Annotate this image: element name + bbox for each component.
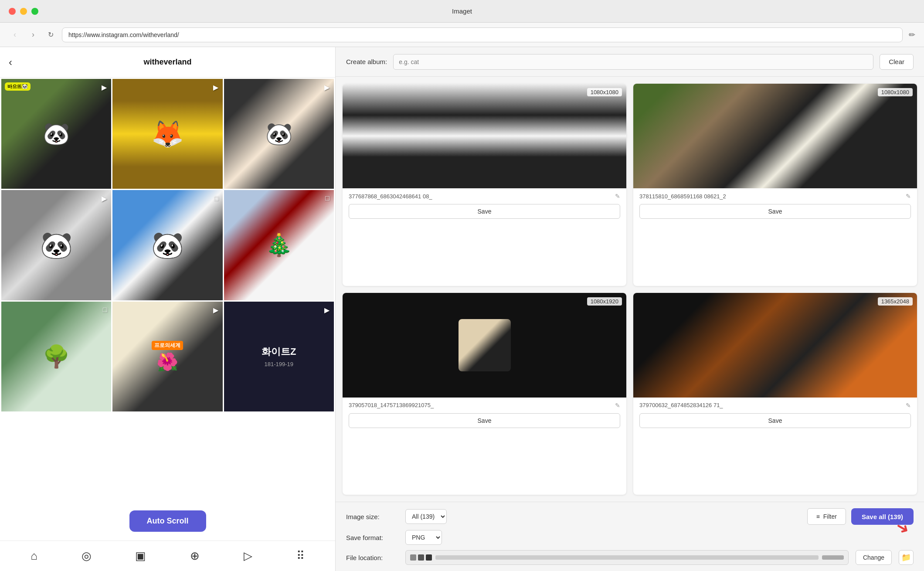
ig-username: witheverland	[143, 58, 191, 67]
ig-cell[interactable]: 🐼 □	[112, 190, 222, 300]
ig-cell[interactable]: 🌳 □	[1, 302, 111, 411]
file-loc-dot	[410, 554, 416, 561]
image-card: 1365x2048 379700632_6874852834126 71_ ✎ …	[633, 293, 917, 495]
image-dims: 1080x1080	[587, 88, 622, 96]
folder-icon: 📁	[901, 553, 911, 562]
window-controls	[9, 8, 38, 15]
file-location-bar	[405, 550, 849, 565]
ig-cell[interactable]: 🐼 바으뜨🐼 ▶	[1, 79, 111, 189]
close-button[interactable]	[9, 8, 16, 15]
image-size-row: Image size: All (139) Large Medium Small…	[346, 508, 914, 525]
image-preview: 1080x1080	[343, 84, 626, 188]
filter-label: Filter	[823, 513, 837, 520]
video-icon: ▶	[102, 83, 107, 92]
ig-cell-badge: 바으뜨🐼	[5, 82, 31, 91]
addressbar: ‹ › ↻ ✏	[0, 23, 924, 47]
image-size-label: Image size:	[346, 513, 398, 520]
ig-grid: 🐼 바으뜨🐼 ▶ 🦊 ▶ 🐼 ▶	[0, 78, 335, 413]
image-filename: 377687868_6863042468641 08_	[349, 193, 611, 200]
change-button[interactable]: Change	[856, 550, 892, 565]
save-format-row: Save format: PNG JPEG WEBP	[346, 530, 914, 545]
image-preview: 1365x2048	[633, 293, 917, 398]
album-input[interactable]	[393, 54, 873, 70]
save-format-label: Save format:	[346, 534, 398, 541]
image-dims: 1365x2048	[878, 297, 913, 306]
reload-button[interactable]: ↻	[45, 30, 56, 40]
edit-icon[interactable]: ✎	[615, 402, 620, 409]
ig-cell[interactable]: 🐼 ▶	[1, 190, 111, 300]
ig-header: ‹ witheverland	[0, 47, 335, 78]
image-preview: 1080x1920	[343, 293, 626, 398]
file-loc-dot	[418, 554, 424, 561]
ig-cell[interactable]: 🎄 □	[224, 190, 334, 300]
window-title: Imaget	[452, 7, 472, 15]
image-preview: 1080x1080	[633, 84, 917, 188]
image-filename: 379700632_6874852834126 71_	[639, 402, 902, 408]
video-icon: ▶	[324, 83, 330, 92]
image-info: 379057018_1475713869921075_ ✎	[343, 398, 626, 413]
ig-cell[interactable]: 🐼 ▶	[224, 79, 334, 189]
image-card: 1080x1080 377687868_6863042468641 08_ ✎ …	[343, 84, 626, 286]
image-icon: □	[325, 194, 330, 202]
video-icon: ▶	[213, 83, 218, 92]
back-button[interactable]: ‹	[9, 29, 21, 41]
video-icon: ▶	[102, 194, 107, 203]
save-button[interactable]: Save	[639, 413, 911, 428]
ig-back-button[interactable]: ‹	[9, 56, 12, 68]
instagram-panel: ‹ witheverland 🐼 바으뜨🐼 ▶ 🦊 ▶	[0, 47, 336, 571]
edit-icon[interactable]: ✎	[906, 193, 911, 200]
ig-cell[interactable]: 🦊 ▶	[112, 79, 222, 189]
add-nav-icon[interactable]: ⊕	[190, 549, 200, 563]
file-path-bar	[435, 555, 819, 560]
image-card: 1080x1080 378115810_6868591168 08621_2 ✎…	[633, 84, 917, 286]
file-location-row: File location: Change 📁	[346, 550, 914, 565]
image-card: 1080x1920 379057018_1475713869921075_ ✎ …	[343, 293, 626, 495]
filter-button[interactable]: ≡ Filter	[807, 508, 846, 525]
album-bar: Create album: Clear	[336, 47, 924, 77]
bottom-controls: Image size: All (139) Large Medium Small…	[336, 502, 924, 571]
explore-nav-icon[interactable]: ◎	[82, 549, 92, 563]
save-button[interactable]: Save	[349, 413, 620, 428]
save-button[interactable]: Save	[639, 204, 911, 219]
video-icon: ▶	[213, 306, 218, 314]
images-grid: 1080x1080 377687868_6863042468641 08_ ✎ …	[336, 77, 924, 502]
ig-cell[interactable]: 프로의세계 🌺 ▶	[112, 302, 222, 411]
album-label: Create album:	[346, 58, 387, 65]
file-path-end	[822, 555, 844, 560]
main-content: ‹ witheverland 🐼 바으뜨🐼 ▶ 🦊 ▶	[0, 47, 924, 571]
edit-icon[interactable]: ✎	[906, 402, 911, 409]
ig-bottom-nav: ⌂ ◎ ▣ ⊕ ▷ ⠿	[0, 540, 335, 571]
folder-button[interactable]: 📁	[899, 550, 914, 565]
video-icon: ▶	[324, 306, 330, 314]
clear-button[interactable]: Clear	[880, 54, 914, 70]
image-size-select[interactable]: All (139) Large Medium Small	[405, 509, 447, 524]
image-filename: 378115810_6868591168 08621_2	[639, 193, 902, 200]
inbox-nav-icon[interactable]: ▷	[244, 549, 252, 563]
forward-button[interactable]: ›	[27, 29, 39, 41]
auto-scroll-button[interactable]: Auto Scroll	[129, 510, 206, 532]
bookmark-icon[interactable]: ✏	[909, 30, 915, 40]
image-filename: 379057018_1475713869921075_	[349, 402, 611, 408]
maximize-button[interactable]	[31, 8, 38, 15]
home-nav-icon[interactable]: ⌂	[31, 549, 37, 563]
image-dims: 1080x1920	[587, 297, 622, 306]
filter-save-group: ≡ Filter Save all (139) ➜	[807, 508, 914, 525]
save-format-select[interactable]: PNG JPEG WEBP	[405, 530, 442, 545]
filter-icon: ≡	[816, 513, 820, 520]
edit-icon[interactable]: ✎	[615, 193, 620, 200]
reels-nav-icon[interactable]: ▣	[135, 549, 146, 563]
save-button[interactable]: Save	[349, 204, 620, 219]
right-panel: Create album: Clear 1080x1080 377687868_…	[336, 47, 924, 571]
image-info: 378115810_6868591168 08621_2 ✎	[633, 188, 917, 204]
url-input[interactable]	[62, 27, 903, 42]
image-dims: 1080x1080	[878, 88, 913, 96]
titlebar: Imaget	[0, 0, 924, 23]
minimize-button[interactable]	[20, 8, 27, 15]
file-location-label: File location:	[346, 554, 398, 561]
ig-cell[interactable]: 화이트Z 181-199-19 ▶	[224, 302, 334, 411]
image-icon: □	[103, 306, 107, 314]
image-info: 377687868_6863042468641 08_ ✎	[343, 188, 626, 204]
image-info: 379700632_6874852834126 71_ ✎	[633, 398, 917, 413]
image-icon: □	[214, 194, 218, 202]
profile-nav-icon[interactable]: ⠿	[296, 549, 305, 563]
